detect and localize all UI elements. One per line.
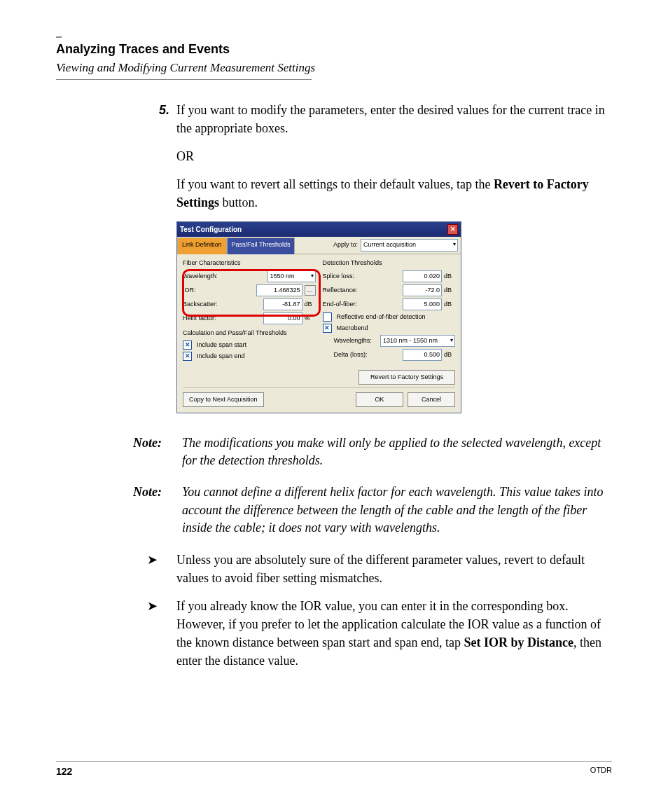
unit-percent: % (305, 314, 316, 323)
span-start-label: Include span start (197, 340, 246, 350)
section-subtitle: Viewing and Modifying Current Measuremen… (56, 61, 612, 75)
text: button. (219, 195, 258, 209)
step-text: If you want to modify the parameters, en… (176, 101, 612, 137)
ior-field[interactable]: 1.468325 (256, 284, 302, 296)
footer-rule (56, 761, 612, 762)
eof-field[interactable]: 5.000 (403, 298, 442, 310)
apply-to-select[interactable]: Current acquisition (361, 239, 458, 251)
section-title: Analyzing Traces and Events (56, 42, 612, 57)
doc-name: OTDR (590, 766, 612, 777)
unit-db: dB (305, 300, 316, 309)
unit-db: dB (444, 272, 455, 281)
header-rule (56, 79, 312, 80)
splice-loss-label: Splice loss: (323, 272, 401, 281)
reflectance-field[interactable]: -72.0 (403, 284, 442, 296)
delta-loss-label: Delta (loss): (334, 350, 401, 359)
reflective-eof-label: Reflective end-of-fiber detection (337, 312, 426, 322)
wavelength-label: Wavelength: (183, 272, 265, 281)
backscatter-field[interactable]: -81.87 (263, 298, 302, 310)
checkbox-reflective-eof[interactable]: ✕ (323, 312, 332, 322)
backscatter-label: Backscatter: (183, 300, 261, 309)
note-1: The modifications you make will only be … (182, 434, 612, 469)
macrobend-label: Macrobend (337, 324, 368, 333)
eof-label: End-of-fiber: (323, 300, 401, 309)
wavelength-select[interactable]: 1550 nm (267, 270, 316, 282)
apply-to-label: Apply to: (333, 240, 358, 249)
cancel-button[interactable]: Cancel (408, 392, 455, 407)
dialog-title: Test Configuration (180, 225, 242, 235)
ok-button[interactable]: OK (356, 392, 403, 407)
dialog-test-configuration: Test Configuration ✕ Link Definition Pas… (176, 221, 461, 413)
note-label: Note: (133, 434, 182, 469)
wavelengths-select[interactable]: 1310 nm - 1550 nm (380, 335, 455, 347)
checkbox-macrobend[interactable]: ✕ (323, 324, 332, 333)
bullet-2: If you already know the IOR value, you c… (176, 597, 612, 670)
step-or: OR (176, 147, 612, 165)
note-label: Note: (133, 483, 182, 537)
note-2: You cannot define a different helix fact… (182, 483, 612, 537)
unit-db: dB (444, 350, 455, 359)
bold-text: Set IOR by Distance (464, 635, 573, 649)
tab-link-definition[interactable]: Link Definition (177, 238, 227, 254)
checkbox-span-end[interactable]: ✕ (183, 352, 192, 361)
copy-next-button[interactable]: Copy to Next Acquisition (183, 392, 264, 407)
bullet-1: Unless you are absolutely sure of the di… (176, 551, 612, 587)
dialog-titlebar: Test Configuration ✕ (177, 222, 461, 237)
ior-label: IOR: (183, 286, 254, 295)
splice-loss-field[interactable]: 0.020 (403, 270, 442, 282)
unit-db: dB (444, 300, 455, 309)
unit-db: dB (444, 286, 455, 295)
delta-loss-field[interactable]: 0.500 (403, 349, 442, 361)
helix-label: Helix factor: (183, 314, 261, 323)
ior-more-button[interactable]: ... (305, 285, 316, 296)
close-icon[interactable]: ✕ (447, 224, 458, 235)
reflectance-label: Reflectance: (323, 286, 401, 295)
span-end-label: Include span end (197, 352, 245, 361)
bullet-arrow-icon: ➤ (147, 597, 168, 670)
checkbox-span-start[interactable]: ✕ (183, 340, 192, 350)
bullet-arrow-icon: ➤ (147, 551, 168, 587)
page-number: 122 (56, 766, 72, 777)
group-detection-thresholds: Detection Thresholds (323, 259, 456, 268)
revert-button[interactable]: Revert to Factory Settings (359, 370, 455, 385)
wavelengths-label: Wavelengths: (334, 336, 379, 345)
group-calc-thresholds: Calculation and Pass/Fail Thresholds (183, 329, 316, 338)
text: If you want to revert all settings to th… (176, 177, 494, 191)
tab-passfail-thresholds[interactable]: Pass/Fail Thresholds (227, 238, 295, 254)
step-text-2: If you want to revert all settings to th… (176, 175, 612, 212)
step-number: 5. (147, 101, 169, 137)
helix-field[interactable]: 0.00 (263, 312, 302, 324)
group-fiber-characteristics: Fiber Characteristics (183, 259, 316, 268)
